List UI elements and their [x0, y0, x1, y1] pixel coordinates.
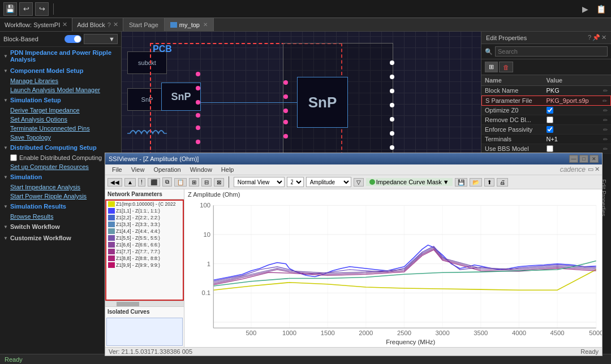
ep-tab-grid[interactable]: ⊞: [485, 62, 498, 72]
ep-search-input[interactable]: [495, 46, 608, 57]
add-block-close-icon[interactable]: ✕: [113, 21, 118, 28]
ep-close-icon[interactable]: ✕: [601, 34, 606, 41]
script-button[interactable]: 📋: [594, 2, 608, 16]
ep-value-use-bbs[interactable]: ✏: [547, 145, 608, 152]
block-dropdown[interactable]: ▼: [84, 34, 118, 44]
block-based-toggle[interactable]: [64, 35, 81, 43]
ssi-param-item-7[interactable]: Z1[7,7] - Z(7:7:, 7:7:): [106, 248, 183, 255]
ssi-toolbar-btn-2[interactable]: ▲: [124, 178, 136, 187]
add-block-button[interactable]: Add Block ? ✕: [72, 18, 123, 31]
play-button[interactable]: ▶: [578, 2, 592, 16]
ep-help-icon[interactable]: ?: [588, 34, 591, 41]
workflow-close-icon[interactable]: ✕: [62, 21, 67, 28]
redo-button[interactable]: ↪: [35, 2, 49, 16]
ssi-param-item-4[interactable]: Z1[4,4] - Z(4:4:, 4:4:): [106, 228, 183, 235]
ssi-toolbar-btn-4[interactable]: ⬛: [148, 178, 160, 187]
sidebar-item-browse-results[interactable]: Browse Results: [0, 212, 121, 221]
ssi-param-item-3[interactable]: Z1[3,3] - Z(3:3:, 3:3:): [106, 221, 183, 228]
sidebar-section-pdn[interactable]: PDN Impedance and Power Ripple Analysis: [0, 47, 121, 65]
ssi-menu-view[interactable]: View: [127, 166, 149, 174]
ep-value-optimize-z0[interactable]: ✏: [547, 107, 608, 114]
ssi-paste-btn[interactable]: 📋: [174, 178, 187, 187]
ssi-toolbar-btn-1[interactable]: ◀◀: [107, 178, 122, 187]
ssi-param-item-1[interactable]: Z1[1,1] - Z(1:1:, 1:1:): [106, 207, 183, 214]
undo-button[interactable]: ↩: [19, 2, 33, 16]
sidebar-item-manage-libraries[interactable]: Manage Libraries: [0, 76, 121, 85]
ssi-view-mode-select[interactable]: Normal View: [234, 177, 285, 187]
ep-tab-delete[interactable]: 🗑: [499, 62, 513, 72]
ssi-param-item-6[interactable]: Z1[6,6] - Z(6:6:, 6:6:): [106, 241, 183, 248]
sidebar-section-customize-workflow[interactable]: Customize Workflow: [0, 232, 121, 244]
sidebar-section-simulation[interactable]: Simulation: [0, 171, 121, 183]
ep-value-enforce-passivity[interactable]: ✏: [547, 126, 608, 133]
ep-edit-remove-dc[interactable]: ✏: [603, 117, 608, 123]
ssi-menu-window[interactable]: Window: [186, 166, 217, 174]
ssi-isolated-area[interactable]: [106, 318, 183, 346]
ep-edit-terminals[interactable]: ✏: [603, 136, 608, 142]
ssi-menu-help[interactable]: Help: [217, 166, 239, 174]
help-icon[interactable]: ?: [107, 21, 111, 28]
sidebar-item-start-power-ripple[interactable]: Start Power Ripple Analysis: [0, 192, 121, 201]
ssi-save-btn[interactable]: 💾: [455, 178, 467, 187]
use-bbs-checkbox[interactable]: [547, 145, 553, 152]
remove-dc-checkbox[interactable]: [547, 116, 553, 123]
ep-pin-icon[interactable]: 📌: [592, 34, 600, 41]
snp-pkg-block[interactable]: SnP: [297, 77, 348, 128]
ssi-menu-file[interactable]: File: [107, 166, 127, 174]
sidebar-section-results[interactable]: Simulation Results: [0, 201, 121, 212]
ssi-layout-btn[interactable]: ⊠: [214, 178, 224, 187]
ssi-close-btn[interactable]: ✕: [590, 155, 599, 163]
ssi-scrollbar[interactable]: [105, 301, 184, 306]
ssi-copy-btn[interactable]: ⧉: [162, 177, 172, 187]
ssi-param-item-0[interactable]: Z1(Imp:0.100000) - (C 2022: [106, 201, 183, 207]
ssi-param-item-2[interactable]: Z1[2,2] - Z(2:2:, 2:2:): [106, 214, 183, 221]
ssi-grid-btn1[interactable]: ⊞: [189, 178, 199, 187]
ssi-grid-btn2[interactable]: ⊟: [201, 178, 212, 187]
ssi-filter-btn[interactable]: ▽: [354, 178, 364, 187]
ep-edit-block-name[interactable]: ✏: [603, 88, 608, 94]
tab-close-icon[interactable]: ✕: [203, 21, 208, 28]
sidebar-item-derive-target[interactable]: Derive Target Impedance: [0, 106, 121, 115]
ssi-param-item-9[interactable]: Z1[9,9] - Z(9:9:, 9:9:): [106, 262, 183, 268]
save-button[interactable]: 💾: [3, 2, 17, 16]
sidebar-item-enable-distributed[interactable]: Enable Distributed Computing: [0, 153, 121, 162]
ssi-print-btn[interactable]: 🖨: [497, 178, 508, 187]
sidebar-item-launch-model-manager[interactable]: Launch Analysis Model Manager: [0, 85, 121, 94]
ssi-param-list[interactable]: Z1(Imp:0.100000) - (C 2022 Z1[1,1] - Z(1…: [105, 200, 184, 301]
snp-pcb-block[interactable]: SnP: [161, 83, 201, 111]
ep-edit-enforce-passivity[interactable]: ✏: [603, 127, 608, 133]
ssi-maximize-btn[interactable]: □: [579, 155, 588, 163]
enforce-passivity-checkbox[interactable]: [547, 126, 553, 133]
sidebar-section-switch-workflow[interactable]: Switch Workflow: [0, 221, 121, 232]
ssi-open-btn[interactable]: 📂: [470, 178, 482, 187]
sidebar-item-save-topology[interactable]: Save Topology: [0, 133, 121, 142]
sidebar-section-component-model[interactable]: Component Model Setup: [0, 65, 121, 76]
ep-edit-use-bbs[interactable]: ✏: [603, 146, 608, 152]
ssi-export-btn[interactable]: ⬆: [484, 178, 494, 187]
ssi-menu-operation[interactable]: Operation: [149, 166, 185, 174]
optimize-z0-checkbox[interactable]: [547, 107, 553, 114]
sidebar-item-terminate-unconnected[interactable]: Terminate Unconnected Pins: [0, 124, 121, 133]
sidebar-item-start-impedance[interactable]: Start Impedance Analysis: [0, 183, 121, 192]
ssi-display-type-select[interactable]: Amplitude: [306, 177, 351, 187]
ep-value-remove-dc[interactable]: ✏: [547, 116, 608, 123]
ssi-param-item-8[interactable]: Z1[8,8] - Z(8:8:, 8:8:): [106, 255, 183, 262]
ssi-param-type-select[interactable]: Z: [287, 177, 304, 187]
ssi-toolbar-btn-3[interactable]: !: [138, 178, 145, 187]
enable-distributed-checkbox[interactable]: [10, 154, 17, 161]
tab-my-top[interactable]: my_top ✕: [165, 18, 214, 31]
ssi-chart[interactable]: Z Amplitude (Ohm) 100: [184, 189, 602, 347]
sidebar-section-simulation-setup[interactable]: Simulation Setup: [0, 94, 121, 106]
ssi-mask-dropdown[interactable]: ▼: [443, 179, 449, 185]
ssi-param-item-5[interactable]: Z1[5,5] - Z(5:5:, 5:5:): [106, 235, 183, 241]
sidebar-section-distributed[interactable]: Distributed Computing Setup: [0, 142, 121, 153]
tab-start-page[interactable]: Start Page: [123, 18, 165, 31]
ssi-scroll-thumb[interactable]: [117, 302, 139, 306]
sidebar-item-set-analysis-options[interactable]: Set Analysis Options: [0, 115, 121, 124]
ssi-restore-icon[interactable]: ▭: [588, 166, 593, 174]
ep-edit-optimize-z0[interactable]: ✏: [603, 107, 608, 114]
sidebar-item-setup-computer[interactable]: Set up Computer Resources: [0, 162, 121, 171]
ssi-close2-icon[interactable]: ✕: [595, 166, 600, 174]
ssi-minimize-btn[interactable]: —: [569, 155, 578, 163]
ep-edit-s-param[interactable]: ✏: [603, 98, 607, 104]
